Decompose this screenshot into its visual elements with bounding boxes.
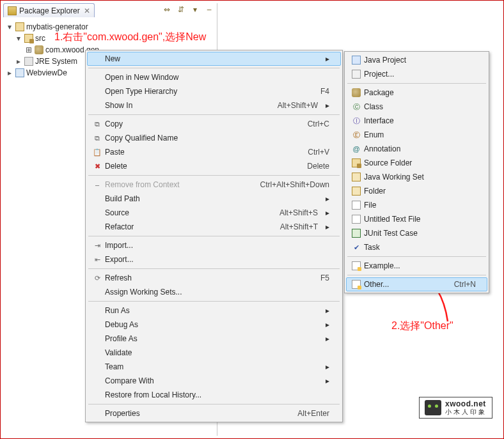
ctx-item[interactable]: Debug As▸ bbox=[87, 318, 341, 332]
new-item[interactable]: Source Folder bbox=[346, 156, 487, 170]
chevron-right-icon[interactable]: ▸ bbox=[6, 68, 13, 77]
view-menu-icon[interactable]: ▾ bbox=[190, 4, 200, 15]
separator bbox=[88, 175, 340, 176]
ctx-item[interactable]: Import... bbox=[87, 238, 341, 252]
menu-label: Build Path bbox=[105, 194, 318, 203]
expand-icon[interactable]: ⊞ bbox=[25, 45, 33, 54]
ctx-item[interactable]: New▸ bbox=[87, 52, 341, 66]
menu-label: Export... bbox=[105, 255, 329, 264]
ctx-item[interactable]: Assign Working Sets... bbox=[87, 285, 341, 299]
submenu-arrow-icon: ▸ bbox=[326, 194, 329, 203]
accelerator: Ctrl+V bbox=[308, 148, 329, 157]
ic-wizard-icon bbox=[349, 261, 364, 270]
collapse-all-icon[interactable]: ⇔ bbox=[162, 4, 172, 15]
annotation-2: 2.选择"Other" bbox=[391, 320, 453, 333]
new-item[interactable]: Untitled Text File bbox=[346, 212, 487, 226]
view-title: Package Explorer bbox=[19, 6, 80, 15]
ctx-item[interactable]: Build Path▸ bbox=[87, 192, 341, 206]
ctx-item[interactable]: Team▸ bbox=[87, 360, 341, 374]
menu-label: New bbox=[105, 54, 318, 63]
separator bbox=[88, 114, 340, 115]
menu-label: Refactor bbox=[105, 222, 267, 231]
accelerator: Ctrl+N bbox=[454, 280, 476, 289]
menu-label: Open in New Window bbox=[105, 73, 329, 82]
tree-project[interactable]: ▾ mybatis-generator bbox=[3, 21, 217, 33]
package-explorer-tab[interactable]: Package Explorer ✕ bbox=[3, 3, 95, 17]
ctx-item[interactable]: Compare With▸ bbox=[87, 374, 341, 388]
ctx-item: Remove from ContextCtrl+Alt+Shift+Down bbox=[87, 178, 341, 192]
ic-task-icon bbox=[349, 243, 364, 252]
separator bbox=[347, 83, 486, 84]
ctx-item[interactable]: RefactorAlt+Shift+T▸ bbox=[87, 220, 341, 234]
ic-remove-icon bbox=[90, 180, 105, 189]
new-item[interactable]: Java Working Set bbox=[346, 170, 487, 184]
menu-label: Copy bbox=[105, 119, 295, 128]
link-editor-icon[interactable]: ⇵ bbox=[176, 4, 186, 15]
new-item[interactable]: Package bbox=[346, 86, 487, 100]
menu-label: Show In bbox=[105, 101, 265, 110]
chevron-down-icon[interactable]: ▾ bbox=[15, 34, 22, 43]
ctx-item[interactable]: RefreshF5 bbox=[87, 271, 341, 285]
submenu-arrow-icon: ▸ bbox=[326, 208, 329, 217]
ctx-item[interactable]: Open in New Window bbox=[87, 70, 341, 84]
submenu-arrow-icon: ▸ bbox=[326, 54, 329, 63]
new-item[interactable]: Example... bbox=[346, 259, 487, 273]
chevron-down-icon[interactable]: ▾ bbox=[6, 22, 13, 31]
ctx-item[interactable]: Profile As▸ bbox=[87, 332, 341, 346]
new-item[interactable]: Other...Ctrl+N bbox=[346, 277, 487, 291]
ctx-item[interactable]: CopyCtrl+C bbox=[87, 117, 341, 131]
minimize-icon[interactable]: – bbox=[204, 4, 214, 15]
menu-label: Source bbox=[105, 208, 267, 217]
ctx-item[interactable]: PasteCtrl+V bbox=[87, 145, 341, 159]
menu-label: Untitled Text File bbox=[364, 215, 476, 224]
view-toolbar: ⇔ ⇵ ▾ – bbox=[162, 4, 214, 15]
menu-label: Open Type Hierarchy bbox=[105, 87, 308, 96]
separator bbox=[88, 268, 340, 269]
menu-label: Compare With bbox=[105, 376, 318, 385]
menu-label: Package bbox=[364, 88, 476, 97]
menu-label: Other... bbox=[364, 280, 441, 289]
ctx-item[interactable]: Restore from Local History... bbox=[87, 388, 341, 402]
new-item[interactable]: Folder bbox=[346, 184, 487, 198]
tree-label: mybatis-generator bbox=[26, 22, 88, 31]
new-item[interactable]: File bbox=[346, 198, 487, 212]
tree-src[interactable]: ▾ src bbox=[3, 33, 217, 44]
new-item[interactable]: Interface bbox=[346, 114, 487, 128]
new-item[interactable]: Project... bbox=[346, 67, 487, 81]
menu-label: Assign Working Sets... bbox=[105, 288, 329, 297]
ctx-item[interactable]: Copy Qualified Name bbox=[87, 131, 341, 145]
menu-label: Debug As bbox=[105, 320, 318, 329]
ic-javaprj-icon bbox=[349, 56, 364, 65]
new-item[interactable]: Java Project bbox=[346, 53, 487, 67]
menu-label: Remove from Context bbox=[105, 180, 248, 189]
ctx-item[interactable]: PropertiesAlt+Enter bbox=[87, 406, 341, 420]
ic-export-icon bbox=[90, 255, 105, 264]
accelerator: F4 bbox=[320, 87, 329, 96]
menu-label: Folder bbox=[364, 187, 476, 196]
menu-label: Source Folder bbox=[364, 158, 476, 167]
submenu-arrow-icon: ▸ bbox=[326, 362, 329, 371]
separator bbox=[88, 68, 340, 68]
new-item[interactable]: Class bbox=[346, 100, 487, 114]
ctx-item[interactable]: DeleteDelete bbox=[87, 159, 341, 173]
menu-label: Project... bbox=[364, 70, 476, 79]
separator bbox=[347, 275, 486, 275]
ic-folder-icon bbox=[349, 173, 364, 181]
ctx-item[interactable]: Run As▸ bbox=[87, 304, 341, 318]
ctx-item[interactable]: SourceAlt+Shift+S▸ bbox=[87, 206, 341, 220]
accelerator: Alt+Shift+S bbox=[280, 208, 318, 217]
ctx-item[interactable]: Open Type HierarchyF4 bbox=[87, 84, 341, 98]
new-item[interactable]: Annotation bbox=[346, 142, 487, 156]
chevron-right-icon[interactable]: ▸ bbox=[15, 57, 22, 66]
new-item[interactable]: Enum bbox=[346, 128, 487, 142]
ic-class-icon bbox=[349, 102, 364, 111]
new-item[interactable]: JUnit Test Case bbox=[346, 226, 487, 240]
ic-paste-icon bbox=[90, 148, 105, 157]
close-icon[interactable]: ✕ bbox=[84, 6, 90, 15]
jre-icon bbox=[24, 57, 33, 66]
ctx-item[interactable]: Show InAlt+Shift+W▸ bbox=[87, 98, 341, 112]
watermark-line1: xwood.net bbox=[445, 400, 487, 408]
ctx-item[interactable]: Export... bbox=[87, 252, 341, 266]
new-item[interactable]: Task bbox=[346, 240, 487, 254]
ctx-item[interactable]: Validate bbox=[87, 346, 341, 360]
